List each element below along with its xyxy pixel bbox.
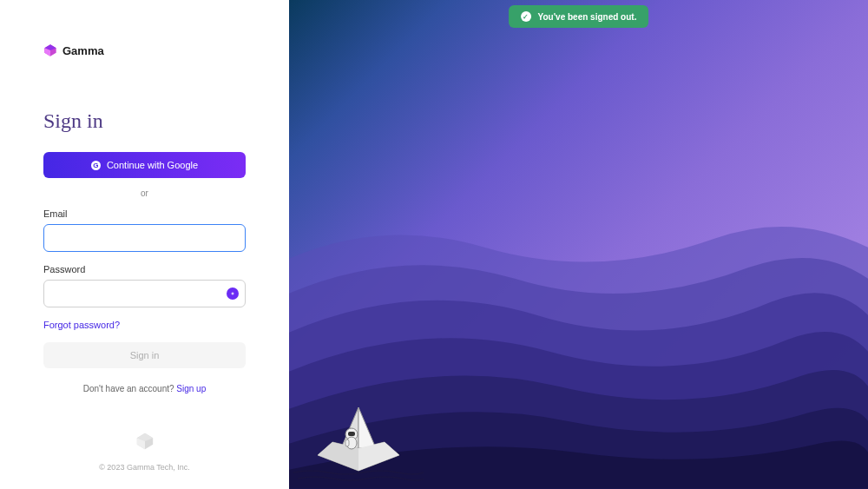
footer-logo-icon bbox=[135, 432, 155, 451]
divider-text: or bbox=[43, 188, 246, 198]
forgot-password-link[interactable]: Forgot password? bbox=[43, 320, 246, 330]
email-input[interactable] bbox=[43, 224, 246, 252]
password-input[interactable] bbox=[43, 280, 246, 307]
svg-rect-4 bbox=[345, 439, 349, 446]
check-icon: ✓ bbox=[521, 11, 531, 22]
signin-button[interactable]: Sign in bbox=[43, 342, 246, 368]
password-label: Password bbox=[43, 264, 246, 274]
boat-illustration bbox=[293, 403, 424, 489]
signup-prompt-text: Don't have an account? bbox=[83, 384, 177, 393]
svg-rect-2 bbox=[348, 432, 355, 436]
signup-prompt: Don't have an account? Sign up bbox=[43, 384, 246, 393]
continue-with-google-button[interactable]: G Continue with Google bbox=[43, 152, 246, 178]
signup-link[interactable]: Sign up bbox=[176, 384, 206, 393]
email-field-group: Email bbox=[43, 208, 246, 252]
brand-logo: Gamma bbox=[43, 43, 246, 57]
svg-point-0 bbox=[232, 293, 233, 294]
password-wrapper bbox=[43, 280, 246, 307]
hero-image-panel: ✓ You've been signed out. bbox=[289, 0, 868, 489]
email-label: Email bbox=[43, 208, 246, 219]
signin-panel: Gamma Sign in G Continue with Google or … bbox=[0, 0, 289, 489]
footer-copyright: © 2023 Gamma Tech, Inc. bbox=[0, 463, 289, 472]
gamma-logo-icon bbox=[43, 43, 57, 57]
password-field-group: Password bbox=[43, 264, 246, 307]
page-title: Sign in bbox=[43, 109, 246, 133]
toggle-password-visibility-icon[interactable] bbox=[227, 287, 239, 300]
footer: © 2023 Gamma Tech, Inc. bbox=[0, 432, 289, 472]
google-button-label: Continue with Google bbox=[107, 160, 198, 170]
toast-message: You've been signed out. bbox=[538, 12, 637, 22]
signed-out-toast: ✓ You've been signed out. bbox=[509, 5, 649, 28]
google-icon: G bbox=[91, 161, 101, 170]
brand-name: Gamma bbox=[62, 44, 104, 57]
